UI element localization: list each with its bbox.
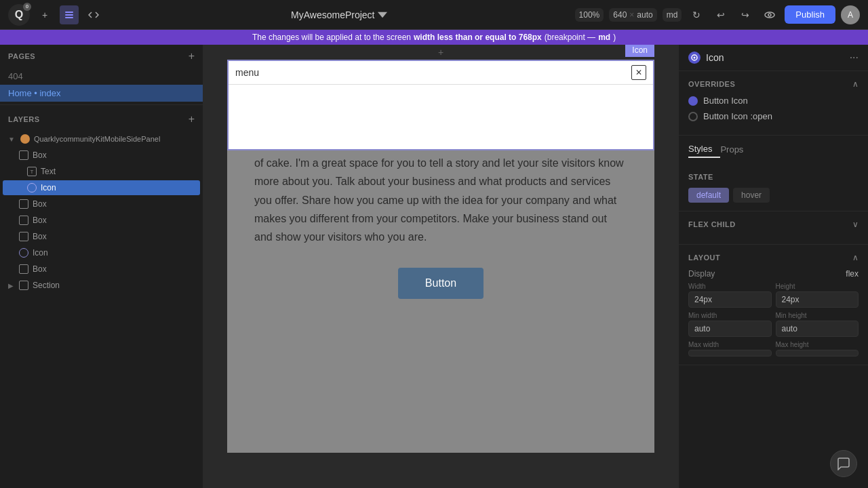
right-panel-header: Icon ··· <box>679 45 868 71</box>
layer-item-box-1[interactable]: Box <box>3 148 200 163</box>
layer-item-box-5[interactable]: Box <box>3 262 200 277</box>
about-text: Hi! I'm a paragraph. Click here to add y… <box>254 136 627 246</box>
svg-rect-2 <box>65 17 73 18</box>
state-header: STATE <box>688 173 859 181</box>
add-section-button[interactable]: + <box>438 47 443 58</box>
layer-item-box-4[interactable]: Box <box>3 229 200 244</box>
flex-child-section: FLEX CHILD ∨ <box>679 211 868 245</box>
add-button[interactable]: + <box>35 5 54 24</box>
svg-point-4 <box>768 14 771 16</box>
width-label: Width <box>688 283 772 290</box>
overrides-chevron[interactable]: ∧ <box>852 79 859 89</box>
avatar-button[interactable]: A <box>841 5 860 24</box>
add-page-button[interactable]: + <box>189 50 195 62</box>
styles-props-tabs: Styles Props <box>688 141 859 158</box>
canvas-width: 640 <box>613 10 627 20</box>
state-label: STATE <box>688 173 713 181</box>
tab-props[interactable]: Props <box>720 141 751 158</box>
svg-rect-1 <box>65 14 73 16</box>
override-radio-2[interactable] <box>688 112 698 121</box>
chat-bubble[interactable] <box>830 450 857 477</box>
redo-button[interactable]: ↪ <box>736 5 755 24</box>
min-height-value[interactable]: auto <box>776 321 859 337</box>
undo-button[interactable]: ↩ <box>711 5 730 24</box>
min-width-value[interactable]: auto <box>688 321 772 337</box>
canvas-wrapper: Icon menu ✕ About Us Hi! I'm a paragraph… <box>227 60 654 453</box>
refresh-button[interactable]: ↻ <box>687 5 706 24</box>
svg-rect-0 <box>65 12 73 13</box>
layout-label: LAYOUT <box>688 253 720 262</box>
breakpoint-label: md <box>667 10 678 20</box>
layout-chevron[interactable]: ∧ <box>852 253 859 262</box>
box-icon-4 <box>19 232 28 241</box>
icon-icon-1 <box>27 183 37 192</box>
state-hover-button[interactable]: hover <box>733 188 770 203</box>
code-icon <box>88 9 99 20</box>
canvas-area: + Icon menu ✕ About Us <box>203 45 678 488</box>
eye-icon <box>764 9 775 20</box>
topbar-center: MyAwesomeProject <box>291 9 387 20</box>
display-row: Display flex <box>688 269 859 279</box>
layers-icon <box>64 9 75 20</box>
topbar: Q 0 + MyAwesomeProject 100% <box>0 0 868 30</box>
min-width-label: Min width <box>688 312 772 319</box>
code-button[interactable] <box>84 5 103 24</box>
icon-symbol <box>691 54 698 61</box>
layer-item-icon-selected[interactable]: Icon <box>3 180 200 195</box>
layer-item-component[interactable]: ▼ QuarklycommunityKitMobileSidePanel <box>3 131 200 146</box>
flex-child-chevron[interactable]: ∨ <box>852 220 859 229</box>
layers-button[interactable] <box>60 5 79 24</box>
override-label-1: Button Icon <box>703 96 748 106</box>
project-name: MyAwesomeProject <box>291 9 374 20</box>
width-value[interactable]: 24px <box>688 291 772 308</box>
add-layer-button[interactable]: + <box>189 113 195 125</box>
right-panel-title-row: Icon <box>688 52 724 64</box>
height-field: Height 24px <box>776 283 859 308</box>
canvas-button[interactable]: Button <box>398 268 484 299</box>
box-icon-5 <box>19 264 28 274</box>
popup-close-button[interactable]: ✕ <box>631 65 646 80</box>
main-layout: PAGES + 404 Home • index LAYERS + ▼ Quar… <box>0 45 868 488</box>
project-title[interactable]: MyAwesomeProject <box>291 9 387 20</box>
layer-item-section[interactable]: ▶ Section <box>3 278 200 293</box>
svg-point-3 <box>765 12 774 18</box>
layer-label-text: Text <box>41 167 56 176</box>
page-item-home[interactable]: Home • index <box>0 85 203 102</box>
layer-expand-section[interactable]: ▶ <box>8 282 14 289</box>
layer-item-box-3[interactable]: Box <box>3 213 200 228</box>
popup-menu-text: menu <box>235 67 259 78</box>
layer-label-box-3: Box <box>33 216 47 225</box>
display-label: Display <box>688 269 715 279</box>
publish-button[interactable]: Publish <box>785 5 835 24</box>
max-height-label: Max height <box>776 341 859 348</box>
preview-button[interactable] <box>760 5 779 24</box>
layer-label-box-5: Box <box>33 264 47 274</box>
layer-item-box-2[interactable]: Box <box>3 197 200 211</box>
max-height-value[interactable] <box>776 350 859 357</box>
ruler-area: + <box>203 45 678 60</box>
overrides-header: OVERRIDES ∧ <box>688 79 859 89</box>
panel-divider <box>0 104 203 105</box>
layout-header: LAYOUT ∧ <box>688 253 859 262</box>
layer-item-text[interactable]: T Text <box>3 164 200 179</box>
override-row-1: Button Icon <box>688 96 859 106</box>
zoom-value: 100% <box>579 10 600 20</box>
overrides-label: OVERRIDES <box>688 80 735 88</box>
size-grid: Width 24px Height 24px Min width auto Mi… <box>688 283 859 357</box>
left-panel: PAGES + 404 Home • index LAYERS + ▼ Quar… <box>0 45 203 488</box>
layer-expand-component[interactable]: ▼ <box>8 136 15 143</box>
tab-styles[interactable]: Styles <box>688 141 720 158</box>
layout-section: LAYOUT ∧ Display flex Width 24px Height … <box>679 245 868 365</box>
override-radio-1[interactable] <box>688 96 698 106</box>
layer-item-icon-2[interactable]: Icon <box>3 245 200 260</box>
height-value[interactable]: 24px <box>776 291 859 308</box>
overrides-section: OVERRIDES ∧ Button Icon Button Icon :ope… <box>679 71 868 136</box>
right-panel: Icon ··· OVERRIDES ∧ Button Icon Button … <box>678 45 868 488</box>
logo-button[interactable]: Q 0 <box>8 4 30 26</box>
display-value: flex <box>846 269 859 279</box>
state-row: default hover <box>688 188 859 203</box>
state-default-button[interactable]: default <box>688 188 729 203</box>
right-panel-more-button[interactable]: ··· <box>850 52 859 64</box>
max-width-value[interactable] <box>688 350 772 357</box>
page-item-404[interactable]: 404 <box>0 68 203 85</box>
